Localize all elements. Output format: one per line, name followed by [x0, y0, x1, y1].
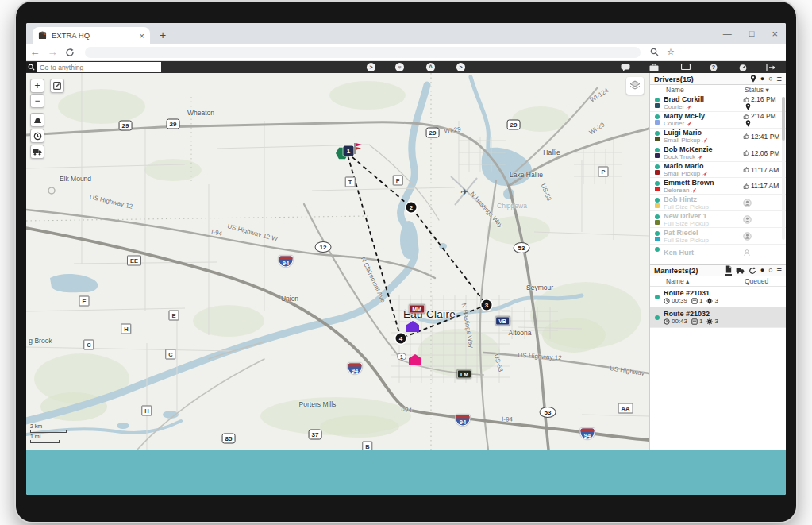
advance-icon[interactable]: > — [456, 63, 465, 71]
driver-row[interactable]: Bob McKenzie Dock Truck 12:06 PM — [650, 145, 786, 162]
manifest-row[interactable]: Route #21032 00:43 1 3 — [650, 307, 786, 328]
manifest-doc-icon[interactable] — [725, 265, 732, 276]
forward-button[interactable]: → — [44, 46, 61, 58]
stop-1-marker[interactable]: 1 — [344, 146, 354, 156]
driver-row[interactable]: Luigi Mario Small Pickup 12:41 PM — [650, 129, 786, 145]
manifest-active-dot — [655, 295, 660, 299]
zoom-page-icon[interactable] — [650, 48, 659, 56]
driver-status-cell: 12:41 PM — [743, 133, 786, 141]
new-tab-button[interactable]: + — [160, 27, 166, 43]
route-stop-marker[interactable]: 2 — [406, 203, 417, 213]
driver-online-dot — [655, 148, 660, 152]
duration-clock-icon — [664, 298, 670, 304]
tasks-gear-icon — [706, 298, 713, 304]
driver-vehicle: Full Size Pickup — [664, 220, 709, 227]
dispatch-next-icon[interactable]: > — [367, 63, 375, 71]
manifest-row[interactable]: Route #21031 00:39 1 3 — [650, 287, 786, 307]
driver-row[interactable]: Ken Hurt — [650, 245, 786, 261]
zoom-out-button[interactable]: − — [30, 94, 44, 108]
driver-name: Brad Corkill — [664, 95, 743, 103]
filter-empty-toggle[interactable]: ○ — [768, 75, 772, 83]
driver-row[interactable]: New Driver 1 Full Size Pickup — [650, 211, 786, 228]
site-badge[interactable]: LM — [457, 370, 471, 379]
route-shield: F — [393, 176, 403, 186]
site-badge[interactable]: MM — [409, 305, 425, 314]
territory-button[interactable] — [30, 113, 44, 127]
route-shield: E — [168, 311, 179, 321]
driver-name: Bob Hintz — [664, 195, 743, 203]
help-icon[interactable]: ? — [709, 64, 718, 71]
route-shield: H — [121, 324, 131, 334]
manifest-truck-icon[interactable] — [736, 268, 745, 274]
navigation-arrow-icon — [686, 121, 691, 126]
filter-filled-toggle[interactable]: ● — [760, 75, 764, 83]
driver-row[interactable]: Pat Riedel Full Size Pickup — [650, 228, 786, 245]
driver-online-dot — [655, 181, 660, 186]
chat-icon[interactable] — [621, 64, 630, 71]
driver-color-square — [655, 103, 660, 108]
bookmark-star-icon[interactable]: ☆ — [667, 47, 675, 57]
display-icon[interactable] — [681, 64, 691, 71]
col-queued[interactable]: Queued — [745, 277, 786, 285]
scale-km-bar — [30, 430, 67, 433]
drivers-panel-header: Drivers(15) ● ○ ≡ — [650, 73, 786, 85]
window-minimize-button[interactable]: — — [723, 29, 732, 38]
history-button[interactable] — [30, 129, 44, 143]
status-person-icon — [743, 199, 752, 207]
manifest-info: Route #21031 00:39 1 3 — [664, 289, 721, 304]
tab-close-icon[interactable]: × — [140, 31, 144, 41]
route-stop-marker[interactable]: 4 — [396, 334, 406, 344]
drivers-panel-title: Drivers(15) — [654, 75, 746, 83]
vehicles-button[interactable] — [30, 145, 44, 159]
global-search[interactable] — [26, 62, 161, 72]
driver-row[interactable]: Marty McFly Courier 2:14 PM — [650, 112, 786, 129]
search-input[interactable] — [37, 63, 156, 72]
manifests-menu-icon[interactable]: ≡ — [777, 266, 782, 275]
window-maximize-button[interactable]: □ — [749, 29, 755, 38]
gauge-icon[interactable] — [738, 64, 748, 71]
driver-row[interactable]: Mario Mario Small Pickup 11:17 AM — [650, 162, 786, 179]
manifest-duration: 00:39 — [672, 297, 687, 304]
driver-vehicle: Small Pickup — [664, 170, 700, 177]
status-person-icon — [743, 215, 752, 224]
logout-icon[interactable] — [766, 64, 775, 71]
map-layers-button[interactable] — [626, 77, 644, 95]
driver-online-dot — [655, 247, 660, 252]
driver-row[interactable]: Emmett Brown Delorean 11:17 AM — [650, 178, 786, 195]
browser-tab[interactable]: EXTRA HQ × — [33, 27, 150, 44]
col-manifest-name[interactable]: Name ▴ — [666, 277, 745, 285]
footer-strip — [26, 450, 786, 495]
reload-button[interactable] — [65, 48, 75, 57]
favorites-heart-icon[interactable]: ♥ — [395, 63, 404, 71]
driver-row[interactable]: Brad Corkill Courier 2:16 PM — [650, 95, 786, 112]
manifest-empty-toggle[interactable]: ○ — [768, 267, 772, 274]
tab-title: EXTRA HQ — [52, 31, 135, 40]
map-canvas[interactable]: WheatonElk MoundUnionPorters MillsLake H… — [26, 73, 649, 450]
collapse-up-icon[interactable]: ^ — [426, 63, 435, 71]
manifest-recycle-icon[interactable] — [749, 267, 756, 275]
drivers-list: Brad Corkill Courier 2:16 PM — [650, 95, 786, 264]
toolbox-icon[interactable] — [649, 64, 659, 71]
site-badge[interactable]: VB — [495, 317, 510, 326]
navigation-arrow-icon — [691, 187, 696, 193]
col-status[interactable]: Status ▾ — [745, 86, 786, 94]
col-name[interactable]: Name — [666, 86, 745, 94]
driver-name: Luigi Mario — [664, 129, 743, 137]
locate-pin-icon[interactable] — [750, 75, 756, 83]
map-scale: 2 km 1 mi — [30, 423, 67, 443]
edit-map-button[interactable] — [50, 79, 64, 93]
navigation-arrow-icon — [702, 137, 707, 143]
zoom-in-button[interactable]: + — [30, 79, 44, 93]
town-label: Wheaton — [187, 109, 214, 117]
route-stop-marker[interactable]: 3 — [482, 300, 492, 311]
panel-scrollbar[interactable] — [782, 97, 785, 240]
driver-row[interactable]: Bob Hintz Full Size Pickup — [650, 195, 786, 211]
driver-indicators — [650, 114, 664, 125]
manifest-filled-toggle[interactable]: ● — [760, 267, 764, 274]
window-close-button[interactable]: × — [772, 28, 778, 40]
back-button[interactable]: ← — [26, 46, 44, 58]
address-bar[interactable] — [85, 47, 641, 58]
drivers-menu-icon[interactable]: ≡ — [777, 75, 782, 83]
svg-text:?: ? — [712, 64, 715, 70]
route-shield: P — [598, 167, 608, 177]
